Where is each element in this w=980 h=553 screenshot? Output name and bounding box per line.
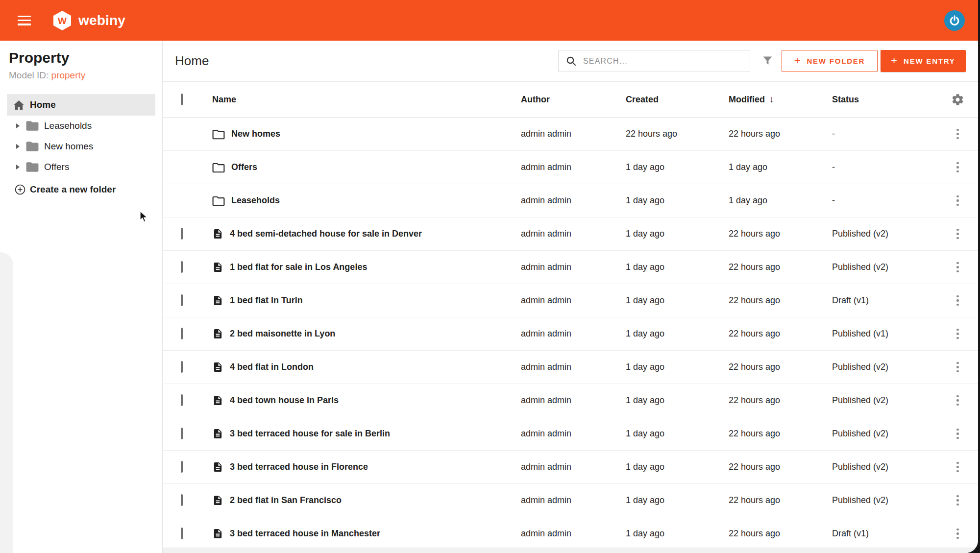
hamburger-menu-icon[interactable] xyxy=(18,16,31,25)
table-row[interactable]: 3 bed terraced house for sale in Berlin … xyxy=(163,417,978,451)
sidebar-folder-leaseholds[interactable]: Leaseholds xyxy=(0,116,162,136)
row-author: admin admin xyxy=(521,262,626,272)
row-name[interactable]: 3 bed terraced house in Florence xyxy=(230,462,368,472)
folder-icon xyxy=(212,195,225,206)
gravatar-power-icon xyxy=(948,14,961,27)
row-menu-button[interactable] xyxy=(955,460,961,475)
table-row[interactable]: 3 bed terraced house in Florence admin a… xyxy=(163,451,978,484)
row-checkbox[interactable] xyxy=(181,494,183,506)
document-icon xyxy=(212,394,223,407)
chevron-right-icon[interactable] xyxy=(16,123,20,128)
new-entry-button[interactable]: + NEW ENTRY xyxy=(881,50,966,72)
row-created: 1 day ago xyxy=(626,162,729,172)
column-header-modified[interactable]: Modified ↓ xyxy=(729,94,832,105)
row-name[interactable]: 1 bed flat for sale in Los Angeles xyxy=(230,262,367,272)
table-row[interactable]: 2 bed flat in San Francisco admin admin … xyxy=(163,484,978,517)
sidebar-folder-offers[interactable]: Offers xyxy=(0,157,162,177)
row-menu-button[interactable] xyxy=(955,427,961,441)
row-menu-button[interactable] xyxy=(955,527,961,541)
column-header-status[interactable]: Status xyxy=(832,95,937,105)
row-menu-button[interactable] xyxy=(955,127,961,142)
main-header: Home + NEW FOLDER xyxy=(163,41,978,82)
row-menu-button[interactable] xyxy=(955,193,961,208)
sidebar-item-home[interactable]: Home xyxy=(7,94,155,116)
webiny-logo-text: webiny xyxy=(78,13,125,28)
row-menu-button[interactable] xyxy=(955,293,961,308)
row-name[interactable]: 4 bed town house in Paris xyxy=(230,395,339,406)
table-row[interactable]: 1 bed flat in Turin admin admin 1 day ag… xyxy=(163,284,978,317)
table-row[interactable]: Offers admin admin 1 day ago 1 day ago - xyxy=(163,151,978,184)
select-all-checkbox[interactable] xyxy=(181,94,183,105)
row-author: admin admin xyxy=(521,229,626,239)
table-row[interactable]: 4 bed flat in London admin admin 1 day a… xyxy=(163,351,978,384)
model-id-value[interactable]: property xyxy=(51,70,86,80)
gear-icon xyxy=(951,93,964,106)
row-checkbox[interactable] xyxy=(181,461,183,473)
row-modified: 22 hours ago xyxy=(729,229,832,239)
row-status: Published (v2) xyxy=(832,429,937,439)
bottom-strip xyxy=(163,548,978,553)
row-author: admin admin xyxy=(521,162,626,172)
row-name[interactable]: 2 bed flat in San Francisco xyxy=(230,495,342,505)
row-name[interactable]: 3 bed terraced house in Manchester xyxy=(230,529,380,539)
table-row[interactable]: 2 bed maisonette in Lyon admin admin 1 d… xyxy=(163,317,978,351)
table-row[interactable]: 4 bed town house in Paris admin admin 1 … xyxy=(163,384,978,417)
search-input[interactable] xyxy=(583,57,750,66)
row-modified: 22 hours ago xyxy=(729,495,832,505)
table-row[interactable]: New homes admin admin 22 hours ago 22 ho… xyxy=(163,118,978,151)
row-menu-button[interactable] xyxy=(955,227,961,241)
row-status: - xyxy=(832,129,937,139)
column-header-created[interactable]: Created xyxy=(626,95,729,105)
row-name[interactable]: Offers xyxy=(231,162,257,172)
row-name[interactable]: 2 bed maisonette in Lyon xyxy=(230,329,335,339)
row-checkbox[interactable] xyxy=(181,328,183,339)
row-name[interactable]: 4 bed semi-detached house for sale in De… xyxy=(230,229,422,239)
row-name[interactable]: 4 bed flat in London xyxy=(230,362,314,372)
row-menu-button[interactable] xyxy=(955,360,961,375)
user-avatar[interactable] xyxy=(944,10,965,31)
row-menu-button[interactable] xyxy=(955,493,961,508)
row-name[interactable]: 1 bed flat in Turin xyxy=(230,295,303,306)
row-checkbox[interactable] xyxy=(181,394,183,406)
table-row[interactable]: Leaseholds admin admin 1 day ago 1 day a… xyxy=(163,184,978,217)
sidebar-folder-label: Offers xyxy=(44,162,69,172)
document-icon xyxy=(212,294,223,307)
row-name[interactable]: 3 bed terraced house for sale in Berlin xyxy=(230,429,390,439)
row-author: admin admin xyxy=(521,129,626,139)
row-created: 1 day ago xyxy=(626,462,729,472)
row-modified: 22 hours ago xyxy=(729,362,832,372)
row-menu-button[interactable] xyxy=(955,160,961,175)
column-header-name[interactable]: Name xyxy=(212,95,521,105)
row-checkbox[interactable] xyxy=(181,528,183,539)
row-checkbox[interactable] xyxy=(181,261,183,273)
row-author: admin admin xyxy=(521,329,626,339)
create-new-folder-button[interactable]: Create a new folder xyxy=(0,179,116,200)
row-status: Published (v1) xyxy=(832,329,937,339)
row-name[interactable]: Leaseholds xyxy=(231,195,280,206)
chevron-right-icon[interactable] xyxy=(16,165,20,169)
row-status: Published (v2) xyxy=(832,495,937,505)
table-row[interactable]: 3 bed terraced house in Manchester admin… xyxy=(163,517,978,551)
row-menu-button[interactable] xyxy=(955,393,961,408)
row-menu-button[interactable] xyxy=(955,327,961,341)
table-settings-button[interactable] xyxy=(951,93,964,106)
table-row[interactable]: 4 bed semi-detached house for sale in De… xyxy=(163,217,978,251)
sidebar-folder-new-homes[interactable]: New homes xyxy=(0,136,162,157)
row-checkbox[interactable] xyxy=(181,428,183,439)
column-header-author[interactable]: Author xyxy=(521,95,626,105)
row-author: admin admin xyxy=(521,462,626,472)
row-name[interactable]: New homes xyxy=(231,129,280,139)
row-created: 1 day ago xyxy=(626,495,729,505)
new-folder-button[interactable]: + NEW FOLDER xyxy=(782,50,878,72)
circle-plus-icon xyxy=(15,184,25,195)
row-checkbox[interactable] xyxy=(181,361,183,373)
table-row[interactable]: 1 bed flat for sale in Los Angeles admin… xyxy=(163,251,978,284)
create-folder-label: Create a new folder xyxy=(30,184,116,195)
row-checkbox[interactable] xyxy=(181,228,183,240)
row-modified: 22 hours ago xyxy=(729,295,832,306)
row-menu-button[interactable] xyxy=(955,260,961,275)
chevron-right-icon[interactable] xyxy=(16,144,20,149)
row-checkbox[interactable] xyxy=(181,294,183,306)
page-title: Home xyxy=(175,53,209,69)
filter-button[interactable] xyxy=(758,50,777,72)
